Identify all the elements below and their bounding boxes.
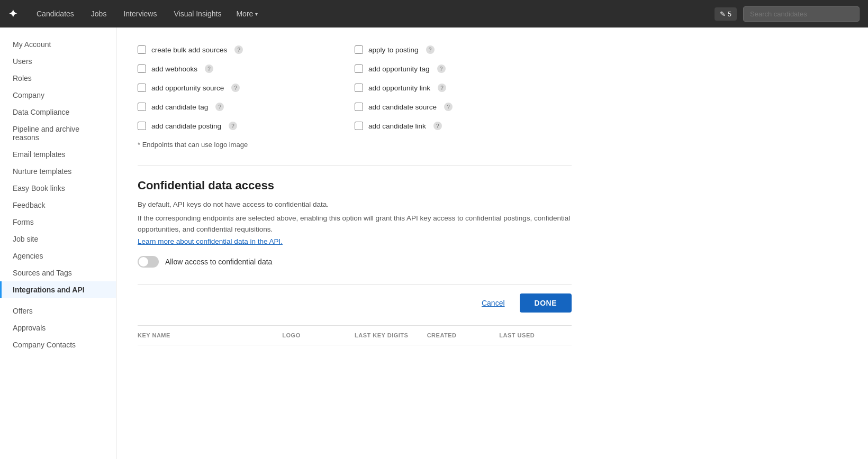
- checkbox-row-apply-to-posting: apply to posting ?: [355, 40, 572, 59]
- label-create-bulk-add-sources: create bulk add sources: [151, 46, 227, 54]
- checkbox-row-add-opportunity-link: add opportunity link ?: [355, 78, 572, 97]
- sidebar-item-forms[interactable]: Forms: [0, 214, 116, 231]
- sidebar-item-roles[interactable]: Roles: [0, 70, 116, 87]
- sidebar-item-pipeline[interactable]: Pipeline and archive reasons: [0, 121, 116, 146]
- label-add-opportunity-link: add opportunity link: [368, 84, 430, 92]
- checkbox-row-add-candidate-source: add candidate source ?: [355, 97, 572, 116]
- col-key-name: KEY NAME: [138, 332, 282, 338]
- help-icon-add-candidate-tag[interactable]: ?: [215, 103, 224, 111]
- col-last-key-digits: LAST KEY DIGITS: [355, 332, 427, 338]
- api-keys-table-header: KEY NAME LOGO LAST KEY DIGITS CREATED LA…: [138, 325, 572, 345]
- sidebar-item-company[interactable]: Company: [0, 87, 116, 104]
- confidential-desc2: If the corresponding endpoints are selec…: [138, 213, 572, 235]
- checkbox-row-add-candidate-posting: add candidate posting ?: [138, 116, 355, 135]
- checkbox-row-add-candidate-link: add candidate link ?: [355, 116, 572, 135]
- search-input[interactable]: [743, 6, 860, 22]
- done-button[interactable]: DONE: [520, 293, 572, 313]
- sidebar-item-email-templates[interactable]: Email templates: [0, 146, 116, 163]
- sidebar-item-nurture-templates[interactable]: Nurture templates: [0, 163, 116, 180]
- confidential-section: Confidential data access By default, API…: [138, 179, 572, 268]
- top-navigation: ✦ Candidates Jobs Interviews Visual Insi…: [0, 0, 868, 27]
- sidebar-item-users[interactable]: Users: [0, 53, 116, 70]
- checkbox-row-add-webhooks: add webhooks ?: [138, 59, 355, 78]
- help-icon-add-opportunity-tag[interactable]: ?: [437, 65, 446, 73]
- nav-candidates[interactable]: Candidates: [34, 7, 76, 20]
- sidebar-item-feedback[interactable]: Feedback: [0, 197, 116, 214]
- checkbox-add-opportunity-tag[interactable]: [355, 65, 363, 73]
- app-logo: ✦: [8, 7, 17, 20]
- checkbox-add-candidate-tag[interactable]: [138, 103, 146, 111]
- checkbox-add-candidate-posting[interactable]: [138, 122, 146, 130]
- col-logo: LOGO: [282, 332, 355, 338]
- label-apply-to-posting: apply to posting: [368, 46, 419, 54]
- sidebar-item-job-site[interactable]: Job site: [0, 231, 116, 247]
- help-icon-add-candidate-source[interactable]: ?: [444, 103, 453, 111]
- content-area: create bulk add sources ? add webhooks ?…: [116, 27, 593, 358]
- checkbox-apply-to-posting[interactable]: [355, 45, 363, 54]
- toggle-slider: [138, 256, 159, 268]
- sidebar-item-sources-tags[interactable]: Sources and Tags: [0, 264, 116, 281]
- cancel-button[interactable]: Cancel: [475, 295, 511, 311]
- sidebar: My Account Users Roles Company Data Comp…: [0, 27, 116, 459]
- sidebar-item-company-contacts[interactable]: Company Contacts: [0, 336, 116, 353]
- permissions-grid: create bulk add sources ? add webhooks ?…: [138, 40, 572, 135]
- sidebar-item-my-account[interactable]: My Account: [0, 36, 116, 53]
- edit-icon: ✎: [720, 10, 726, 18]
- help-icon-add-opportunity-link[interactable]: ?: [438, 84, 446, 92]
- help-icon-add-opportunity-source[interactable]: ?: [231, 84, 240, 92]
- label-add-candidate-posting: add candidate posting: [151, 122, 221, 130]
- help-icon-add-candidate-posting[interactable]: ?: [229, 122, 237, 130]
- checkbox-row-create-bulk-add-sources: create bulk add sources ?: [138, 40, 355, 59]
- main-content: create bulk add sources ? add webhooks ?…: [116, 27, 868, 459]
- nav-jobs[interactable]: Jobs: [89, 7, 109, 20]
- chevron-down-icon: ▾: [255, 11, 258, 17]
- nav-interviews[interactable]: Interviews: [121, 7, 159, 20]
- checkbox-add-candidate-link[interactable]: [355, 122, 363, 130]
- sidebar-item-approvals[interactable]: Approvals: [0, 319, 116, 336]
- label-add-candidate-link: add candidate link: [368, 122, 426, 130]
- page-layout: My Account Users Roles Company Data Comp…: [0, 27, 868, 459]
- help-icon-create-bulk-add-sources[interactable]: ?: [234, 45, 243, 54]
- sidebar-item-offers[interactable]: Offers: [0, 302, 116, 319]
- section-divider: [138, 166, 572, 166]
- checkbox-add-opportunity-link[interactable]: [355, 84, 363, 92]
- sidebar-item-easy-book[interactable]: Easy Book links: [0, 180, 116, 197]
- nav-visual-insights[interactable]: Visual Insights: [171, 7, 223, 20]
- checkbox-add-webhooks[interactable]: [138, 65, 146, 73]
- sidebar-item-data-compliance[interactable]: Data Compliance: [0, 104, 116, 121]
- sidebar-item-agencies[interactable]: Agencies: [0, 247, 116, 264]
- nav-more-label: More: [236, 10, 253, 18]
- confidential-desc1: By default, API keys do not have access …: [138, 199, 572, 210]
- label-add-opportunity-tag: add opportunity tag: [368, 65, 430, 73]
- confidential-title: Confidential data access: [138, 179, 572, 192]
- label-add-candidate-tag: add candidate tag: [151, 103, 208, 111]
- col-created: CREATED: [427, 332, 500, 338]
- toggle-row: Allow access to confidential data: [138, 256, 572, 268]
- right-column: apply to posting ? add opportunity tag ?…: [355, 40, 572, 135]
- label-add-webhooks: add webhooks: [151, 65, 197, 73]
- help-icon-add-candidate-link[interactable]: ?: [433, 122, 442, 130]
- label-add-candidate-source: add candidate source: [368, 103, 437, 111]
- action-row: Cancel DONE: [138, 284, 572, 321]
- edit-icon-button[interactable]: ✎ 5: [715, 7, 737, 21]
- toggle-label: Allow access to confidential data: [165, 258, 272, 266]
- checkbox-row-add-opportunity-tag: add opportunity tag ?: [355, 59, 572, 78]
- help-icon-add-webhooks[interactable]: ?: [205, 65, 213, 73]
- confidential-link[interactable]: Learn more about confidential data in th…: [138, 237, 572, 245]
- checkbox-add-candidate-source[interactable]: [355, 103, 363, 111]
- sidebar-item-integrations[interactable]: Integrations and API: [0, 281, 116, 298]
- endpoints-note: * Endpoints that can use logo image: [138, 135, 572, 161]
- label-add-opportunity-source: add opportunity source: [151, 84, 224, 92]
- notification-count: 5: [728, 10, 731, 18]
- left-column: create bulk add sources ? add webhooks ?…: [138, 40, 355, 135]
- nav-more[interactable]: More ▾: [236, 10, 258, 18]
- topnav-right: ✎ 5: [715, 6, 860, 22]
- col-last-used: LAST USED: [499, 332, 572, 338]
- help-icon-apply-to-posting[interactable]: ?: [426, 45, 435, 54]
- checkbox-row-add-opportunity-source: add opportunity source ?: [138, 78, 355, 97]
- checkbox-create-bulk-add-sources[interactable]: [138, 45, 146, 54]
- checkbox-add-opportunity-source[interactable]: [138, 84, 146, 92]
- checkbox-row-add-candidate-tag: add candidate tag ?: [138, 97, 355, 116]
- confidential-toggle[interactable]: [138, 256, 159, 268]
